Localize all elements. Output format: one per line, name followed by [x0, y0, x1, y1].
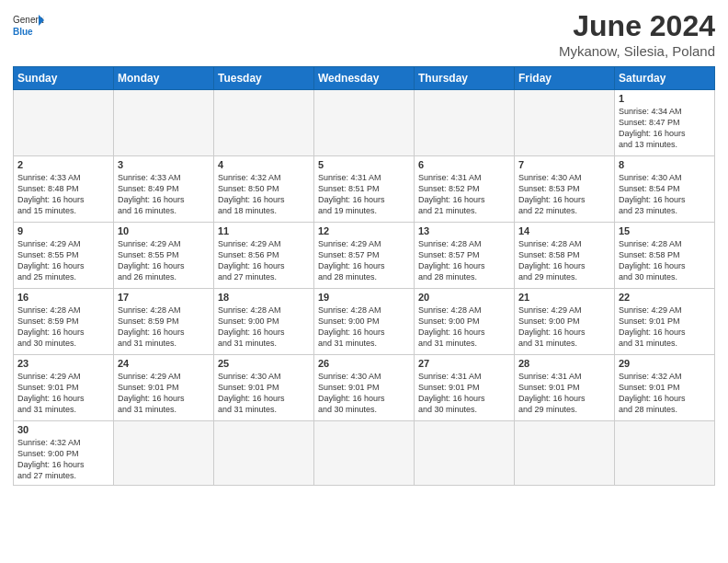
calendar-day-cell: 25Sunrise: 4:30 AMSunset: 9:01 PMDayligh… — [214, 355, 314, 421]
day-number: 4 — [218, 159, 310, 170]
calendar-week-row: 9Sunrise: 4:29 AMSunset: 8:55 PMDaylight… — [14, 223, 715, 289]
calendar-day-cell: 21Sunrise: 4:29 AMSunset: 9:00 PMDayligh… — [515, 289, 615, 355]
calendar-week-row: 16Sunrise: 4:28 AMSunset: 8:59 PMDayligh… — [14, 289, 715, 355]
calendar-title: June 2024 — [559, 9, 715, 43]
day-number: 14 — [518, 225, 610, 236]
calendar-week-row: 1Sunrise: 4:34 AMSunset: 8:47 PMDaylight… — [14, 90, 715, 156]
day-info: Sunrise: 4:28 AMSunset: 8:57 PMDaylight:… — [418, 238, 510, 283]
calendar-day-cell: 13Sunrise: 4:28 AMSunset: 8:57 PMDayligh… — [415, 223, 515, 289]
calendar-day-cell: 1Sunrise: 4:34 AMSunset: 8:47 PMDaylight… — [615, 90, 715, 156]
header: General Blue June 2024 Mykanow, Silesia,… — [13, 9, 715, 59]
col-tuesday: Tuesday — [214, 67, 314, 90]
col-thursday: Thursday — [415, 67, 515, 90]
calendar-day-cell: 27Sunrise: 4:31 AMSunset: 9:01 PMDayligh… — [415, 355, 515, 421]
calendar-day-cell: 10Sunrise: 4:29 AMSunset: 8:55 PMDayligh… — [114, 223, 214, 289]
day-info: Sunrise: 4:29 AMSunset: 8:56 PMDaylight:… — [218, 238, 310, 283]
calendar-day-cell — [114, 90, 214, 156]
calendar-day-cell: 22Sunrise: 4:29 AMSunset: 9:01 PMDayligh… — [615, 289, 715, 355]
calendar-day-cell: 11Sunrise: 4:29 AMSunset: 8:56 PMDayligh… — [214, 223, 314, 289]
calendar-day-cell: 30Sunrise: 4:32 AMSunset: 9:00 PMDayligh… — [14, 421, 114, 486]
day-info: Sunrise: 4:29 AMSunset: 9:01 PMDaylight:… — [17, 371, 109, 416]
day-info: Sunrise: 4:31 AMSunset: 8:52 PMDaylight:… — [418, 172, 510, 217]
col-friday: Friday — [515, 67, 615, 90]
day-info: Sunrise: 4:29 AMSunset: 8:55 PMDaylight:… — [118, 238, 210, 283]
calendar-day-cell — [14, 90, 114, 156]
col-wednesday: Wednesday — [314, 67, 415, 90]
day-number: 21 — [518, 292, 610, 303]
day-info: Sunrise: 4:30 AMSunset: 8:54 PMDaylight:… — [619, 172, 711, 217]
header-row: Sunday Monday Tuesday Wednesday Thursday… — [14, 67, 715, 90]
day-number: 1 — [619, 93, 711, 104]
col-sunday: Sunday — [14, 67, 114, 90]
day-number: 15 — [619, 225, 711, 236]
calendar-day-cell — [314, 90, 415, 156]
col-saturday: Saturday — [615, 67, 715, 90]
day-number: 9 — [17, 225, 109, 236]
calendar-day-cell — [515, 421, 615, 486]
day-number: 22 — [619, 292, 711, 303]
day-number: 26 — [318, 358, 410, 369]
calendar-day-cell — [415, 90, 515, 156]
calendar-day-cell: 23Sunrise: 4:29 AMSunset: 9:01 PMDayligh… — [14, 355, 114, 421]
calendar-day-cell: 17Sunrise: 4:28 AMSunset: 8:59 PMDayligh… — [114, 289, 214, 355]
calendar-day-cell: 12Sunrise: 4:29 AMSunset: 8:57 PMDayligh… — [314, 223, 415, 289]
day-info: Sunrise: 4:29 AMSunset: 9:01 PMDaylight:… — [619, 304, 711, 350]
calendar-day-cell: 6Sunrise: 4:31 AMSunset: 8:52 PMDaylight… — [415, 156, 515, 223]
day-info: Sunrise: 4:29 AMSunset: 8:55 PMDaylight:… — [17, 238, 109, 283]
day-info: Sunrise: 4:29 AMSunset: 9:00 PMDaylight:… — [518, 304, 610, 350]
calendar-day-cell: 18Sunrise: 4:28 AMSunset: 9:00 PMDayligh… — [214, 289, 314, 355]
calendar-day-cell: 28Sunrise: 4:31 AMSunset: 9:01 PMDayligh… — [515, 355, 615, 421]
day-info: Sunrise: 4:28 AMSunset: 8:58 PMDaylight:… — [518, 238, 610, 283]
calendar-day-cell: 24Sunrise: 4:29 AMSunset: 9:01 PMDayligh… — [114, 355, 214, 421]
day-info: Sunrise: 4:29 AMSunset: 9:01 PMDaylight:… — [118, 371, 210, 416]
day-info: Sunrise: 4:32 AMSunset: 9:01 PMDaylight:… — [619, 371, 711, 416]
calendar-day-cell: 5Sunrise: 4:31 AMSunset: 8:51 PMDaylight… — [314, 156, 415, 223]
day-info: Sunrise: 4:30 AMSunset: 8:53 PMDaylight:… — [518, 172, 610, 217]
calendar-day-cell: 29Sunrise: 4:32 AMSunset: 9:01 PMDayligh… — [615, 355, 715, 421]
day-number: 23 — [17, 358, 109, 369]
calendar-subtitle: Mykanow, Silesia, Poland — [559, 43, 715, 59]
calendar-week-row: 2Sunrise: 4:33 AMSunset: 8:48 PMDaylight… — [14, 156, 715, 223]
calendar-day-cell — [214, 421, 314, 486]
calendar-day-cell: 8Sunrise: 4:30 AMSunset: 8:54 PMDaylight… — [615, 156, 715, 223]
day-number: 8 — [619, 159, 711, 170]
calendar-day-cell — [114, 421, 214, 486]
day-info: Sunrise: 4:28 AMSunset: 8:58 PMDaylight:… — [619, 238, 711, 283]
day-info: Sunrise: 4:32 AMSunset: 8:50 PMDaylight:… — [218, 172, 310, 217]
calendar-day-cell: 4Sunrise: 4:32 AMSunset: 8:50 PMDaylight… — [214, 156, 314, 223]
day-number: 6 — [418, 159, 510, 170]
calendar-day-cell: 20Sunrise: 4:28 AMSunset: 9:00 PMDayligh… — [415, 289, 515, 355]
day-number: 19 — [318, 292, 410, 303]
day-number: 30 — [17, 424, 109, 435]
day-number: 2 — [17, 159, 109, 170]
day-info: Sunrise: 4:31 AMSunset: 8:51 PMDaylight:… — [318, 172, 410, 217]
calendar-day-cell — [415, 421, 515, 486]
title-block: June 2024 Mykanow, Silesia, Poland — [559, 9, 715, 59]
calendar-day-cell: 19Sunrise: 4:28 AMSunset: 9:00 PMDayligh… — [314, 289, 415, 355]
day-number: 3 — [118, 159, 210, 170]
day-number: 20 — [418, 292, 510, 303]
calendar-day-cell: 2Sunrise: 4:33 AMSunset: 8:48 PMDaylight… — [14, 156, 114, 223]
calendar-day-cell — [615, 421, 715, 486]
day-info: Sunrise: 4:32 AMSunset: 9:00 PMDaylight:… — [17, 437, 109, 482]
calendar-day-cell — [314, 421, 415, 486]
day-number: 27 — [418, 358, 510, 369]
day-number: 13 — [418, 225, 510, 236]
day-number: 10 — [118, 225, 210, 236]
day-number: 12 — [318, 225, 410, 236]
page: General Blue June 2024 Mykanow, Silesia,… — [0, 0, 728, 495]
day-number: 16 — [17, 292, 109, 303]
day-info: Sunrise: 4:29 AMSunset: 8:57 PMDaylight:… — [318, 238, 410, 283]
day-number: 28 — [518, 358, 610, 369]
day-info: Sunrise: 4:33 AMSunset: 8:48 PMDaylight:… — [17, 172, 109, 217]
calendar-day-cell: 14Sunrise: 4:28 AMSunset: 8:58 PMDayligh… — [515, 223, 615, 289]
day-info: Sunrise: 4:30 AMSunset: 9:01 PMDaylight:… — [318, 371, 410, 416]
day-info: Sunrise: 4:28 AMSunset: 8:59 PMDaylight:… — [17, 304, 109, 350]
day-info: Sunrise: 4:28 AMSunset: 9:00 PMDaylight:… — [218, 304, 310, 350]
day-info: Sunrise: 4:31 AMSunset: 9:01 PMDaylight:… — [418, 371, 510, 416]
calendar-day-cell: 3Sunrise: 4:33 AMSunset: 8:49 PMDaylight… — [114, 156, 214, 223]
generalblue-logo-icon: General Blue — [13, 9, 44, 40]
calendar-day-cell — [214, 90, 314, 156]
day-number: 25 — [218, 358, 310, 369]
calendar-day-cell: 26Sunrise: 4:30 AMSunset: 9:01 PMDayligh… — [314, 355, 415, 421]
